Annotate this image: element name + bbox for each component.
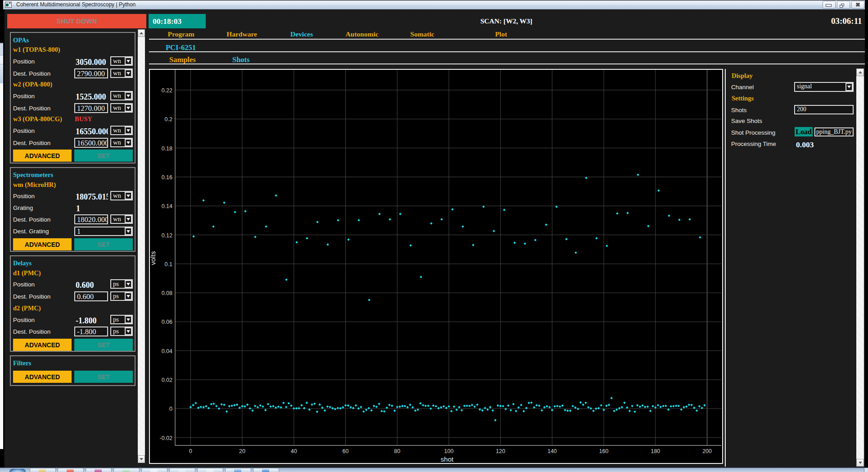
svg-text:100: 100 — [444, 448, 454, 454]
svg-text:80: 80 — [394, 448, 400, 454]
svg-text:-0.02: -0.02 — [160, 435, 173, 441]
svg-text:0.14: 0.14 — [162, 203, 172, 209]
svg-text:120: 120 — [496, 448, 505, 454]
svg-text:0.12: 0.12 — [162, 232, 172, 239]
svg-text:0.2: 0.2 — [165, 116, 172, 123]
svg-text:0.18: 0.18 — [162, 145, 172, 152]
svg-text:shot: shot — [441, 455, 454, 463]
svg-text:0: 0 — [169, 406, 172, 412]
svg-text:0: 0 — [189, 448, 192, 454]
svg-text:0.02: 0.02 — [162, 377, 172, 383]
svg-text:60: 60 — [343, 448, 349, 454]
svg-text:160: 160 — [599, 448, 609, 454]
svg-text:0.04: 0.04 — [162, 348, 172, 354]
svg-text:0.1: 0.1 — [165, 261, 172, 268]
svg-text:180: 180 — [651, 448, 660, 454]
svg-text:140: 140 — [547, 448, 557, 454]
svg-text:0.22: 0.22 — [162, 87, 172, 94]
svg-text:20: 20 — [239, 448, 245, 454]
svg-text:0.08: 0.08 — [162, 290, 172, 296]
svg-text:0.16: 0.16 — [162, 174, 172, 181]
svg-text:0.06: 0.06 — [162, 319, 172, 325]
svg-text:200: 200 — [702, 448, 712, 454]
svg-text:40: 40 — [291, 448, 297, 454]
